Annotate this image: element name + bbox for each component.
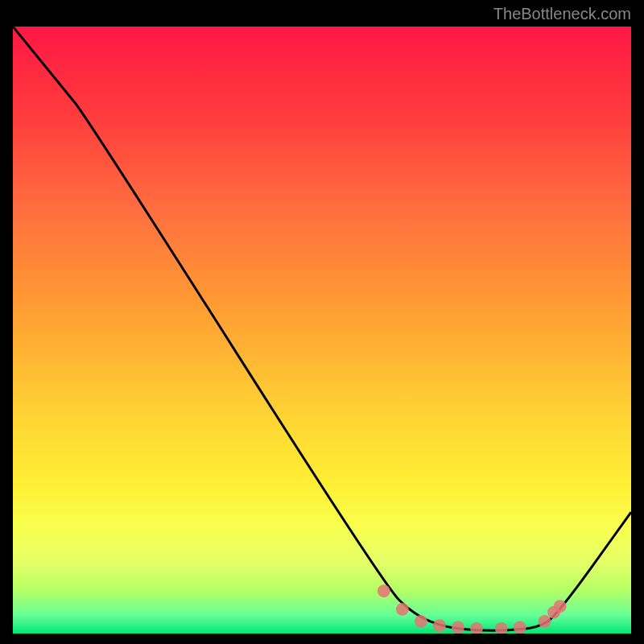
curve-line <box>13 27 631 634</box>
chart-area <box>10 24 634 636</box>
data-marker <box>539 615 551 628</box>
data-marker <box>452 621 464 634</box>
data-marker <box>470 622 483 634</box>
data-marker <box>514 621 526 634</box>
data-marker <box>554 600 567 613</box>
data-marker <box>378 584 390 597</box>
data-marker <box>495 622 508 634</box>
data-marker <box>396 603 409 616</box>
watermark-text: TheBottleneck.com <box>493 5 631 23</box>
data-marker <box>433 619 446 632</box>
data-marker <box>415 615 427 628</box>
